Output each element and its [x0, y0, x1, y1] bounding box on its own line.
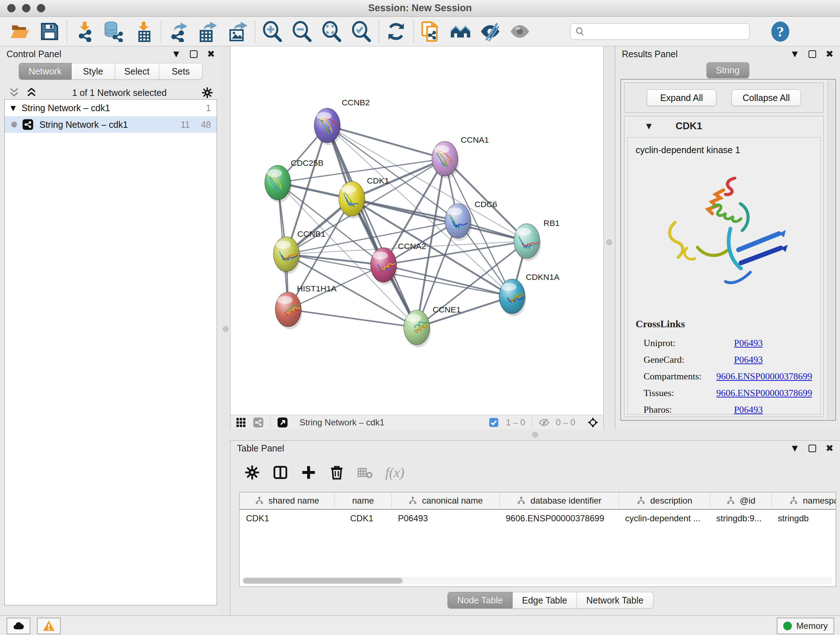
column-header-namespace[interactable]: namespace: [771, 492, 836, 510]
memory-button[interactable]: Memory: [777, 618, 834, 634]
help-button[interactable]: ?: [771, 21, 790, 42]
tab-network-table[interactable]: Network Table: [577, 592, 653, 608]
tab-sets[interactable]: Sets: [159, 63, 202, 80]
results-scrollbar[interactable]: [827, 80, 835, 419]
export-network-button[interactable]: [167, 20, 189, 43]
toolbar-search[interactable]: [570, 23, 750, 40]
hierarchy-icon: [255, 496, 264, 505]
network-collection-row[interactable]: ▼ String Network – cdk1 1: [5, 100, 217, 116]
detach-view-icon[interactable]: [277, 417, 288, 428]
tab-style[interactable]: Style: [72, 63, 115, 80]
save-session-button[interactable]: [38, 20, 61, 43]
network-canvas[interactable]: CCNB2CCNA1CDC25BCDK1CDC6RB1CCNB1CCNA2CDK…: [230, 46, 604, 415]
zoom-in-button[interactable]: [261, 20, 284, 43]
crosslink-label: Uniprot:: [644, 338, 734, 348]
cell-database-identifier[interactable]: 9606.ENSP00000378699: [499, 510, 619, 527]
panel-menu-caret-icon[interactable]: ▼: [792, 445, 798, 452]
warnings-button[interactable]: [37, 618, 61, 634]
uniprot-link[interactable]: P06493: [734, 338, 763, 348]
cell-namespace[interactable]: stringdb: [771, 510, 836, 527]
genecard-link[interactable]: P06493: [734, 355, 763, 365]
scrollbar-thumb[interactable]: [243, 578, 403, 584]
gene-entry-header[interactable]: ▼ CDK1: [624, 116, 823, 136]
splitter-grip[interactable]: [223, 326, 229, 332]
show-all-button[interactable]: [508, 20, 531, 43]
birds-eye-view-icon[interactable]: [587, 417, 598, 428]
show-columns-icon[interactable]: [272, 464, 288, 480]
zoom-out-button[interactable]: [291, 20, 313, 43]
search-input[interactable]: [589, 27, 745, 36]
node-label-CCNA2: CCNA2: [398, 241, 426, 251]
delete-column-trash-icon[interactable]: [329, 464, 345, 480]
network-selection-summary: 1 of 1 Network selected: [38, 88, 201, 98]
column-header-shared-name[interactable]: shared name: [240, 492, 334, 510]
vertical-splitter-left[interactable]: [221, 46, 230, 616]
close-panel-icon[interactable]: ✖: [826, 49, 834, 59]
import-network-from-database-button[interactable]: [103, 20, 125, 43]
panel-menu-caret-icon[interactable]: ▼: [792, 50, 798, 58]
tab-string[interactable]: String: [706, 62, 749, 78]
expand-all-button[interactable]: Expand All: [647, 89, 716, 106]
app-store-cloud-button[interactable]: [6, 618, 30, 634]
cell-name[interactable]: CDK1: [334, 510, 392, 527]
cell-description[interactable]: cyclin-dependent ...: [619, 510, 710, 527]
tissues-link[interactable]: 9606.ENSP00000378699: [716, 388, 812, 399]
table-row[interactable]: CDK1 CDK1 P06493 9606.ENSP00000378699 cy…: [240, 510, 836, 527]
close-panel-icon[interactable]: ✖: [207, 49, 215, 59]
cell-canonical-name[interactable]: P06493: [392, 510, 499, 527]
vertical-splitter-right[interactable]: [604, 46, 615, 429]
tab-network[interactable]: Network: [19, 63, 72, 80]
minimize-window-button[interactable]: [22, 4, 30, 12]
export-table-button[interactable]: [197, 20, 219, 43]
pharos-link[interactable]: P06493: [734, 404, 763, 415]
collapse-all-chevrons-icon[interactable]: [8, 87, 20, 99]
column-header-name[interactable]: name: [334, 492, 392, 510]
hidden-eye-slash-icon[interactable]: [538, 417, 549, 428]
horizontal-splitter[interactable]: [230, 429, 840, 440]
network-options-gear-icon[interactable]: [201, 87, 213, 99]
float-panel-icon[interactable]: [808, 50, 816, 58]
tab-select[interactable]: Select: [115, 63, 159, 80]
splitter-grip[interactable]: [606, 239, 612, 245]
cell-shared-name[interactable]: CDK1: [240, 510, 334, 527]
first-neighbors-button[interactable]: [449, 20, 472, 43]
tab-edge-table[interactable]: Edge Table: [513, 592, 577, 608]
create-column-plus-icon[interactable]: [301, 464, 317, 480]
collapse-entry-caret-icon[interactable]: ▼: [646, 122, 652, 130]
export-image-button[interactable]: [226, 20, 249, 43]
float-panel-icon[interactable]: [808, 445, 816, 452]
selected-checkbox-icon[interactable]: [488, 417, 499, 428]
table-horizontal-scrollbar[interactable]: [242, 577, 833, 584]
network-row[interactable]: String Network – cdk1 11 48: [5, 116, 217, 133]
import-network-from-file-button[interactable]: [73, 20, 95, 43]
close-window-button[interactable]: [7, 4, 16, 12]
import-table-from-file-button[interactable]: [133, 20, 155, 43]
splitter-grip[interactable]: [532, 432, 538, 438]
hide-selected-button[interactable]: [479, 20, 501, 43]
network-view-mode-icon[interactable]: [253, 417, 264, 428]
float-panel-icon[interactable]: [190, 50, 197, 58]
collapse-all-button[interactable]: Collapse All: [731, 89, 801, 106]
zoom-selected-button[interactable]: [350, 20, 373, 43]
zoom-fit-content-button[interactable]: [321, 20, 343, 43]
cell-id[interactable]: stringdb:9...: [710, 510, 771, 527]
new-network-from-selection-button[interactable]: [420, 20, 442, 43]
apply-preferred-layout-button[interactable]: [385, 20, 407, 43]
table-options-gear-icon[interactable]: [244, 464, 260, 480]
column-header-description[interactable]: description: [619, 492, 710, 510]
column-header-id[interactable]: @id: [710, 492, 771, 510]
maximize-window-button[interactable]: [37, 4, 45, 12]
close-panel-icon[interactable]: ✖: [826, 443, 834, 454]
expand-all-chevrons-icon[interactable]: [25, 87, 38, 99]
string-network-graph[interactable]: CCNB2CCNA1CDC25BCDK1CDC6RB1CCNB1CCNA2CDK…: [231, 46, 603, 415]
function-builder-button[interactable]: f(x): [385, 464, 404, 480]
open-session-button[interactable]: [9, 20, 31, 43]
column-header-canonical-name[interactable]: canonical name: [392, 492, 499, 510]
compartments-link[interactable]: 9606.ENSP00000378699: [716, 371, 812, 382]
tab-node-table[interactable]: Node Table: [447, 592, 513, 608]
tree-expand-caret-icon[interactable]: ▼: [11, 104, 16, 112]
panel-menu-caret-icon[interactable]: ▼: [173, 50, 179, 58]
column-header-database-identifier[interactable]: database identifier: [499, 492, 619, 510]
grid-view-icon[interactable]: [235, 417, 246, 428]
delete-table-icon[interactable]: [357, 464, 373, 480]
